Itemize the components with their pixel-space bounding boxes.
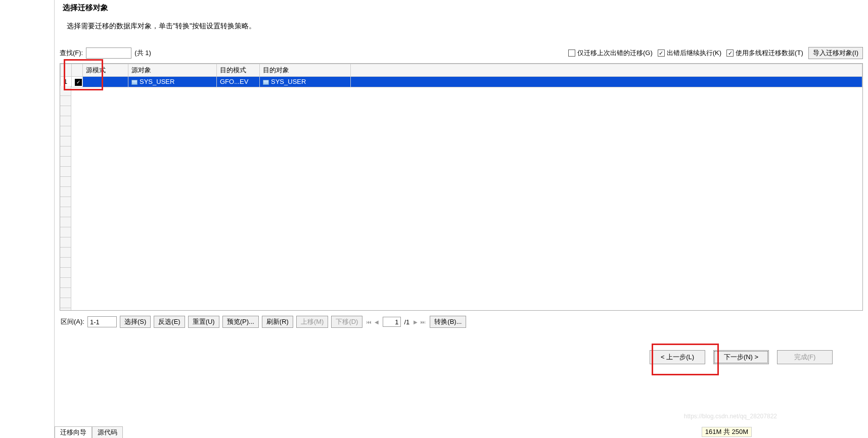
range-input[interactable] [87,316,117,327]
checkbox-checked-icon [75,79,82,86]
chk-multithread-label: 使用多线程迁移数据(T) [736,48,803,58]
page-input[interactable] [383,317,401,327]
col-dst-schema[interactable]: 目的模式 [217,64,260,77]
chk-continue-label: 出错后继续执行(K) [667,48,721,58]
table-icon [263,80,269,85]
chk-only-error[interactable]: 仅迁移上次出错的迁移(G) [568,48,653,58]
cell-empty [351,77,862,87]
nav-prev-icon[interactable]: ◀ [374,319,380,325]
col-rest [351,64,862,77]
previous-step-button[interactable]: < 上一步(L) [650,350,705,364]
col-rownum[interactable] [61,64,72,77]
main-panel: 选择迁移对象 选择需要迁移的数据库对象，单击"转换"按钮设置转换策略。 查找(F… [55,0,868,438]
find-label: 查找(F): [60,48,83,58]
cell-src-schema [83,77,128,87]
transform-button[interactable]: 转换(B)... [430,316,466,328]
preview-button[interactable]: 预览(P)... [222,316,259,328]
find-count: (共 1) [134,48,151,58]
tab-wizard[interactable]: 迁移向导 [55,426,92,438]
status-memory: 161M 共 250M [702,427,752,437]
table-icon [131,80,138,85]
object-table: 源模式 源对象 目的模式 目的对象 1 SYS_USER GFO...EV SY… [60,63,863,311]
left-sidebar [0,0,55,438]
next-step-button[interactable]: 下一步(N) > [713,350,769,364]
cell-src-object: SYS_USER [128,77,217,87]
cell-dst-schema: GFO...EV [217,77,260,87]
refresh-button[interactable]: 刷新(R) [262,316,293,328]
checkbox-icon [568,50,575,57]
table-row[interactable]: 1 SYS_USER GFO...EV SYS_USER [61,77,862,87]
col-src-schema[interactable]: 源模式 [83,64,128,77]
col-src-object[interactable]: 源对象 [128,64,217,77]
col-check[interactable] [72,64,83,77]
tab-source[interactable]: 源代码 [92,426,123,438]
col-dst-object[interactable]: 目的对象 [260,64,351,77]
finish-button: 完成(F) [777,350,833,364]
watermark: https://blog.csdn.net/qq_28207822 [684,413,777,420]
search-toolbar: 查找(F): (共 1) 仅迁移上次出错的迁移(G) 出错后继续执行(K) 使用… [60,47,863,59]
nav-first-icon[interactable]: ⏮ [366,319,373,325]
move-up-button: 上移(M) [296,316,329,328]
chk-continue-on-error[interactable]: 出错后继续执行(K) [658,48,721,58]
nav-next-last: ▶ ⏭ [413,319,427,325]
find-input[interactable] [86,47,131,59]
page-subtitle: 选择需要迁移的数据库对象，单击"转换"按钮设置转换策略。 [60,22,863,31]
import-objects-button[interactable]: 导入迁移对象(I) [808,47,863,59]
page-title: 选择迁移对象 [60,3,863,13]
bottom-toolbar: 区间(A): 选择(S) 反选(E) 重置(U) 预览(P)... 刷新(R) … [60,316,863,328]
chk-only-error-label: 仅迁移上次出错的迁移(G) [577,48,653,58]
nav-last-icon[interactable]: ⏭ [420,319,427,325]
table-header-row: 源模式 源对象 目的模式 目的对象 [61,64,862,77]
nav-next-icon[interactable]: ▶ [413,319,419,325]
select-button[interactable]: 选择(S) [120,316,151,328]
row-checkbox-cell[interactable] [72,77,83,87]
inverse-select-button[interactable]: 反选(E) [154,316,185,328]
chk-multithread[interactable]: 使用多线程迁移数据(T) [726,48,803,58]
page-total: /1 [404,318,409,326]
checkbox-icon [658,50,665,57]
checkbox-icon [726,50,734,57]
row-gutter [60,86,71,310]
nav-first-prev: ⏮ ◀ [366,319,380,325]
wizard-footer: < 上一步(L) 下一步(N) > 完成(F) [60,350,863,364]
move-down-button: 下移(D) [331,316,362,328]
reset-button[interactable]: 重置(U) [188,316,219,328]
header-area: 选择迁移对象 选择需要迁移的数据库对象，单击"转换"按钮设置转换策略。 [60,0,863,47]
tabs-bottom: 迁移向导 源代码 [55,426,123,438]
range-label: 区间(A): [61,317,84,326]
row-number: 1 [61,77,72,87]
cell-dst-object: SYS_USER [260,77,351,87]
